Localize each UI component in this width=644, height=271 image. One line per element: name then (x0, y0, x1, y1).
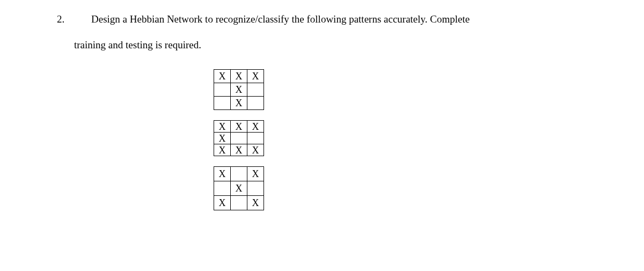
grid-cell: X (231, 181, 247, 196)
question-text-line-2: training and testing is required. (74, 32, 590, 58)
table-row: X X (214, 196, 264, 210)
grid-cell (247, 133, 264, 144)
grid-cell (214, 181, 231, 196)
table-row: X (214, 181, 264, 196)
grid-cell (247, 83, 264, 97)
grid-cell: X (247, 144, 264, 156)
grid-cell: X (231, 83, 247, 97)
table-row: X (214, 83, 264, 97)
grid-cell (231, 196, 247, 210)
grid-cell (214, 97, 231, 110)
grid-cell: X (214, 133, 231, 144)
grid-cell (231, 167, 247, 181)
grid-cell (247, 97, 264, 110)
question-text-line-1: Design a Hebbian Network to recognize/cl… (91, 13, 470, 25)
grid-cell: X (247, 167, 264, 181)
question-line-1: 2.Design a Hebbian Network to recognize/… (74, 6, 590, 32)
grid-cell: X (247, 196, 264, 210)
pattern-grids-container: X X X X X X X X X X X X (214, 69, 644, 210)
grid-cell: X (214, 70, 231, 83)
grid-cell: X (214, 121, 231, 133)
table-row: X X X (214, 121, 264, 133)
table-row: X (214, 97, 264, 110)
grid-cell: X (214, 167, 231, 181)
grid-cell (214, 83, 231, 97)
pattern-grid-1: X X X X X (214, 69, 264, 110)
grid-cell: X (231, 121, 247, 133)
grid-cell: X (231, 70, 247, 83)
grid-cell: X (247, 70, 264, 83)
question-number: 2. (74, 6, 91, 32)
table-row: X (214, 133, 264, 144)
grid-cell (247, 181, 264, 196)
pattern-grid-3: X X X X X (214, 166, 264, 210)
grid-cell: X (214, 144, 231, 156)
table-row: X X X (214, 144, 264, 156)
grid-cell: X (231, 97, 247, 110)
grid-cell (231, 133, 247, 144)
grid-cell: X (231, 144, 247, 156)
grid-cell: X (247, 121, 264, 133)
question-block: 2.Design a Hebbian Network to recognize/… (0, 6, 644, 57)
table-row: X X (214, 167, 264, 181)
grid-cell: X (214, 196, 231, 210)
table-row: X X X (214, 70, 264, 83)
pattern-grid-2: X X X X X X X (214, 120, 264, 156)
